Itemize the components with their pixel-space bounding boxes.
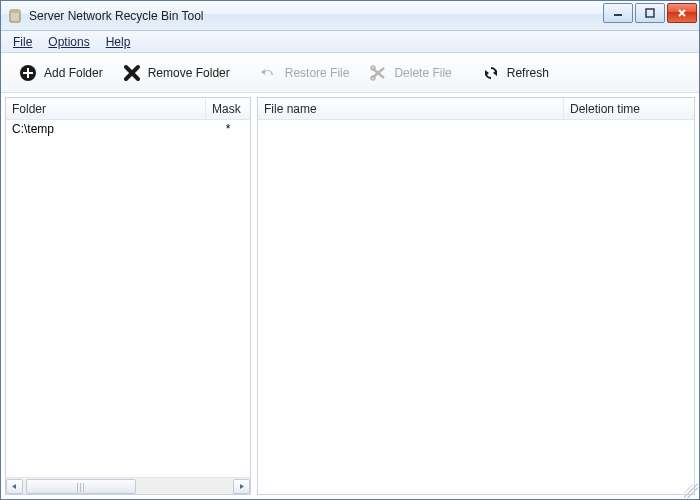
column-deletion-time[interactable]: Deletion time [564,98,694,119]
column-folder-label: Folder [12,102,46,116]
scroll-left-button[interactable] [6,479,23,494]
column-filename-label: File name [264,102,317,116]
svg-marker-12 [240,484,244,489]
svg-rect-1 [10,10,20,13]
client-area: Folder Mask C:\temp * [1,93,699,499]
add-folder-label: Add Folder [44,66,103,80]
minimize-button[interactable] [603,3,633,23]
menu-options-label: Options [48,35,89,49]
toolbar: Add Folder Remove Folder Restore File De… [1,53,699,93]
column-folder[interactable]: Folder [6,98,206,119]
add-folder-button[interactable]: Add Folder [9,60,113,86]
titlebar: Server Network Recycle Bin Tool [1,1,699,31]
resize-grip[interactable] [684,484,698,498]
files-rows[interactable] [258,120,694,494]
svg-rect-2 [614,14,622,16]
app-icon [7,8,23,24]
column-mask-label: Mask [212,102,241,116]
delete-file-label: Delete File [394,66,451,80]
plus-circle-icon [19,64,37,82]
column-mask[interactable]: Mask [206,98,250,119]
folders-pane: Folder Mask C:\temp * [5,97,251,495]
refresh-icon [482,64,500,82]
folders-column-headers: Folder Mask [6,98,250,120]
x-icon [123,64,141,82]
menu-file[interactable]: File [5,33,40,51]
scroll-track[interactable] [24,479,232,494]
svg-rect-3 [646,9,654,17]
cell-folder: C:\temp [6,122,206,136]
scissor-x-icon [369,64,387,82]
window-controls [601,6,697,26]
remove-folder-label: Remove Folder [148,66,230,80]
column-filename[interactable]: File name [258,98,564,119]
window-title: Server Network Recycle Bin Tool [29,9,204,23]
svg-marker-11 [12,484,16,489]
menu-help[interactable]: Help [98,33,139,51]
horizontal-scrollbar[interactable] [6,477,250,494]
table-row[interactable]: C:\temp * [6,120,250,138]
maximize-button[interactable] [635,3,665,23]
scroll-right-button[interactable] [233,479,250,494]
restore-file-button: Restore File [250,60,360,86]
app-window: Server Network Recycle Bin Tool File Opt… [0,0,700,500]
svg-rect-6 [23,72,33,74]
scroll-thumb[interactable] [26,479,136,494]
menu-help-label: Help [106,35,131,49]
menubar: File Options Help [1,31,699,53]
refresh-button[interactable]: Refresh [472,60,559,86]
column-deletion-time-label: Deletion time [570,102,640,116]
files-column-headers: File name Deletion time [258,98,694,120]
refresh-label: Refresh [507,66,549,80]
close-button[interactable] [667,3,697,23]
cell-mask: * [206,122,250,136]
menu-file-label: File [13,35,32,49]
restore-file-label: Restore File [285,66,350,80]
menu-options[interactable]: Options [40,33,97,51]
remove-folder-button[interactable]: Remove Folder [113,60,240,86]
files-pane: File name Deletion time [257,97,695,495]
delete-file-button: Delete File [359,60,461,86]
undo-arrow-icon [260,64,278,82]
folders-rows[interactable]: C:\temp * [6,120,250,477]
